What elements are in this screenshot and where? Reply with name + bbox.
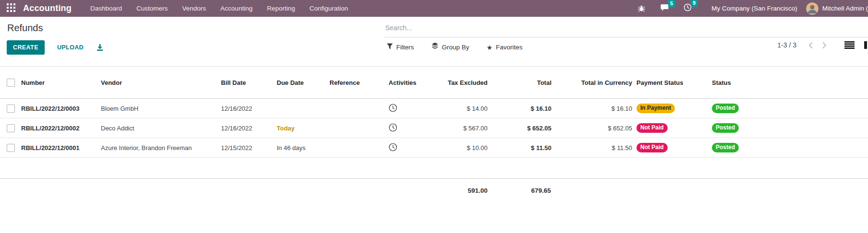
menu-accounting[interactable]: Accounting (213, 0, 260, 17)
table-row[interactable]: RBILL/2022/12/0001 Azure Interior, Brand… (0, 138, 868, 158)
pager-previous-button[interactable] (808, 42, 813, 49)
messages-button[interactable]: 5 (660, 4, 669, 13)
header-total[interactable]: Total (502, 67, 551, 99)
cell-tax-excluded: $ 10.00 (432, 138, 502, 158)
upload-button[interactable]: UPLOAD (54, 44, 86, 51)
row-checkbox[interactable] (7, 144, 15, 152)
header-bill-date[interactable]: Bill Date (221, 67, 277, 99)
menu-vendors[interactable]: Vendors (175, 0, 213, 17)
header-total-in-currency[interactable]: Total in Currency (551, 67, 632, 99)
cell-number: RBILL/2022/12/0003 (21, 99, 101, 118)
pager-next-button[interactable] (822, 42, 827, 49)
favorites-label: Favorites (496, 42, 523, 53)
cell-total-in-currency: $ 11.50 (551, 138, 632, 158)
total-total: 679.65 (502, 179, 551, 202)
filters-button[interactable]: Filters (387, 42, 414, 53)
page-title: Refunds (7, 23, 43, 34)
app-name[interactable]: Accounting (23, 3, 72, 13)
header-due-date[interactable]: Due Date (277, 67, 330, 99)
star-icon: ★ (487, 42, 493, 53)
cell-reference (330, 99, 384, 118)
list-view-icon[interactable] (844, 41, 855, 49)
create-button[interactable]: CREATE (7, 40, 45, 55)
totals-row: 591.00 679.65 (0, 179, 868, 202)
favorites-button[interactable]: ★ Favorites (487, 42, 523, 53)
pager-and-views: 1-3 / 3 (777, 41, 868, 49)
row-checkbox[interactable] (7, 105, 15, 113)
cell-number: RBILL/2022/12/0001 (21, 138, 101, 158)
select-all-checkbox[interactable] (7, 79, 15, 87)
header-number[interactable]: Number (21, 67, 101, 99)
table-header-row: Number Vendor Bill Date Due Date Referen… (0, 67, 868, 99)
payment-status-badge: In Payment (636, 104, 675, 113)
cell-bill-date: 12/15/2022 (221, 138, 277, 158)
debug-bug-icon[interactable] (637, 4, 646, 12)
navbar-right: 5 9 My Company (San Francisco) Mitchell … (630, 2, 868, 15)
header-tax-excluded[interactable]: Tax Excluded (432, 67, 502, 99)
apps-menu-button[interactable] (5, 3, 17, 14)
group-by-label: Group By (442, 42, 469, 53)
navbar-left: Accounting Dashboard Customers Vendors A… (5, 0, 355, 17)
layers-icon (431, 42, 439, 53)
status-badge: Posted (712, 143, 739, 152)
refunds-list-table: Number Vendor Bill Date Due Date Referen… (0, 67, 868, 202)
search-input[interactable] (384, 20, 868, 37)
apps-grid-icon (7, 3, 15, 14)
cell-number: RBILL/2022/12/0002 (21, 118, 101, 138)
cell-reference (330, 138, 384, 158)
payment-status-badge: Not Paid (636, 143, 668, 152)
cell-tax-excluded: $ 14.00 (432, 99, 502, 118)
kanban-view-icon[interactable] (864, 41, 868, 49)
action-buttons: CREATE UPLOAD (7, 40, 104, 55)
activities-button[interactable]: 9 (684, 3, 692, 13)
control-panel: Refunds CREATE UPLOAD Filters Group (0, 17, 868, 67)
activities-count-badge: 9 (691, 0, 697, 7)
menu-configuration[interactable]: Configuration (302, 0, 355, 17)
cell-reference (330, 118, 384, 138)
status-badge: Posted (712, 123, 739, 133)
status-badge: Posted (712, 104, 739, 113)
total-tax-excluded: 591.00 (432, 179, 502, 202)
cell-due-date: Today (277, 125, 294, 132)
cell-total-in-currency: $ 652.05 (551, 118, 632, 138)
activity-clock-icon[interactable] (384, 138, 432, 158)
menu-dashboard[interactable]: Dashboard (83, 0, 129, 17)
header-vendor[interactable]: Vendor (101, 67, 221, 99)
menu-reporting[interactable]: Reporting (260, 0, 303, 17)
cell-vendor: Bloem GmbH (101, 99, 221, 118)
search-controls: Filters Group By ★ Favorites (387, 42, 523, 53)
user-avatar[interactable] (806, 2, 819, 15)
payment-status-badge: Not Paid (636, 123, 668, 133)
filter-funnel-icon (387, 42, 393, 53)
download-icon[interactable] (96, 44, 104, 51)
header-status[interactable]: Status (709, 67, 742, 99)
menu-customers[interactable]: Customers (129, 0, 175, 17)
cell-vendor: Deco Addict (101, 118, 221, 138)
empty-row (0, 158, 868, 179)
group-by-button[interactable]: Group By (431, 42, 469, 53)
messages-count-badge: 5 (668, 0, 675, 7)
view-switcher (844, 41, 868, 49)
header-reference[interactable]: Reference (330, 67, 384, 99)
top-navbar: Accounting Dashboard Customers Vendors A… (0, 0, 868, 17)
cell-due-date (277, 99, 330, 118)
table-row[interactable]: RBILL/2022/12/0003 Bloem GmbH 12/16/2022… (0, 99, 868, 118)
pager-counter: 1-3 / 3 (777, 41, 796, 49)
activity-clock-icon[interactable] (384, 118, 432, 138)
header-activities[interactable]: Activities (384, 67, 432, 99)
user-menu[interactable]: Mitchell Admin ( (822, 5, 868, 12)
row-checkbox[interactable] (7, 124, 15, 132)
cell-total-in-currency: $ 16.10 (551, 99, 632, 118)
cell-vendor: Azure Interior, Brandon Freeman (101, 138, 221, 158)
cell-total: $ 11.50 (502, 138, 551, 158)
cell-bill-date: 12/16/2022 (221, 118, 277, 138)
cell-tax-excluded: $ 567.00 (432, 118, 502, 138)
header-payment-status[interactable]: Payment Status (632, 67, 709, 99)
table-row[interactable]: RBILL/2022/12/0002 Deco Addict 12/16/202… (0, 118, 868, 138)
activity-clock-icon[interactable] (384, 99, 432, 118)
company-switcher[interactable]: My Company (San Francisco) (711, 5, 797, 12)
cell-total: $ 16.10 (502, 99, 551, 118)
cell-due-date: In 46 days (277, 138, 330, 158)
cell-bill-date: 12/16/2022 (221, 99, 277, 118)
filters-label: Filters (396, 42, 414, 53)
